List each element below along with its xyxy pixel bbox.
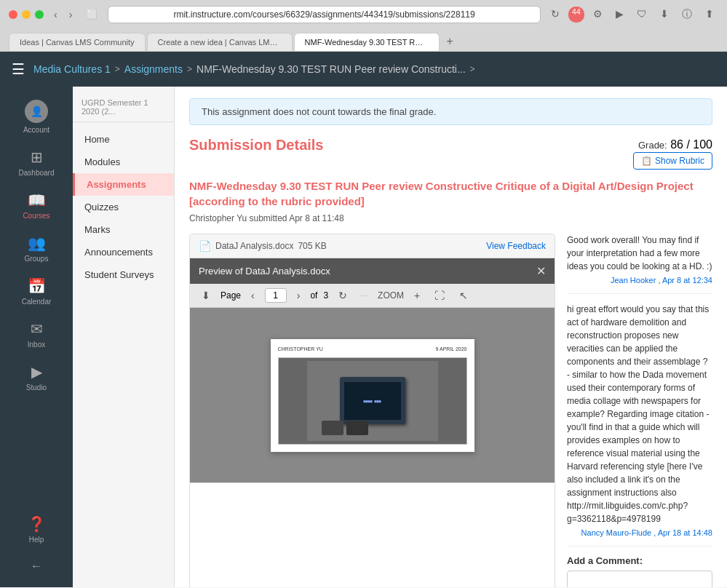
- hdd-1: [322, 421, 343, 435]
- sidebar-item-groups[interactable]: 👥 Groups: [0, 227, 73, 270]
- avatar: 👤: [25, 100, 48, 123]
- page-content: This assignment does not count towards t…: [175, 87, 727, 587]
- submission-header: Submission Details Grade: 86 / 100 📋 Sho…: [189, 137, 712, 170]
- comment-2: hi great effort would you say that this …: [567, 303, 712, 547]
- sidebar-label-inbox: Inbox: [28, 341, 45, 349]
- nav-student-surveys[interactable]: Student Surveys: [73, 263, 174, 286]
- nav-modules[interactable]: Modules: [73, 151, 174, 173]
- reload-icon[interactable]: ↻: [547, 7, 564, 23]
- download-doc-button[interactable]: ⬇: [197, 288, 215, 303]
- browser-actions: ↻ 44 ⚙ ▶ 🛡 ⬇ ⓘ ⬆: [547, 7, 718, 23]
- preview-close-button[interactable]: ✕: [536, 264, 546, 278]
- grade-section: Grade: 86 / 100 📋 Show Rubric: [633, 137, 712, 170]
- divider: —: [360, 290, 369, 301]
- close-traffic-light[interactable]: [9, 10, 17, 19]
- preview-toolbar: ⬇ Page ‹ › of 3 ↻ — ZOOM + ⛶ ↖: [190, 284, 555, 308]
- sidebar-item-studio[interactable]: ▶ Studio: [0, 356, 73, 399]
- tabs-bar: Ideas | Canvas LMS Community Create a ne…: [0, 29, 727, 51]
- sidebar-item-inbox[interactable]: ✉ Inbox: [0, 313, 73, 356]
- doc-image-placeholder: ■■■■ ■■■: [278, 357, 467, 445]
- extensions-icon[interactable]: ⚙: [589, 7, 607, 23]
- courses-icon: 📖: [28, 191, 46, 209]
- comment-2-text: hi great effort would you say that this …: [567, 303, 712, 525]
- shield-icon[interactable]: 🛡: [632, 7, 651, 23]
- top-nav: ☰ Media Cultures 1 > Assignments > NMF-W…: [0, 52, 727, 87]
- share-icon[interactable]: ⬆: [701, 7, 718, 23]
- info-icon[interactable]: ⓘ: [678, 7, 696, 23]
- view-feedback-link[interactable]: View Feedback: [486, 241, 546, 251]
- nav-quizzes[interactable]: Quizzes: [73, 196, 174, 218]
- sidebar-label-dashboard: Dashboard: [19, 169, 55, 177]
- sidebar-item-account[interactable]: 👤 Account: [0, 92, 73, 141]
- desk-items: [322, 421, 368, 435]
- doc-image-container: ■■■■ ■■■: [279, 358, 466, 444]
- viewer-header: 📄 DataJ Analysis.docx 705 KB View Feedba…: [190, 234, 555, 258]
- preview-modal: Preview of DataJ Analysis.docx ✕ ⬇ Page …: [190, 258, 555, 483]
- forward-button[interactable]: ›: [65, 7, 77, 22]
- tab-1[interactable]: Ideas | Canvas LMS Community: [9, 33, 146, 51]
- hdd-2: [346, 421, 368, 435]
- window-icon-button[interactable]: ⬜: [82, 8, 102, 21]
- minimize-traffic-light[interactable]: [22, 10, 31, 19]
- scene-container: ■■■■ ■■■: [307, 361, 438, 441]
- help-icon: ❓: [28, 515, 46, 533]
- preview-title-text: Preview of DataJ Analysis.docx: [199, 266, 330, 277]
- preview-content: CHRISTOPHER YU 9 APRIL 2020: [190, 308, 555, 482]
- hamburger-menu[interactable]: ☰: [12, 60, 25, 78]
- new-tab-button[interactable]: +: [441, 32, 459, 51]
- notice-banner: This assignment does not count towards t…: [189, 98, 712, 125]
- fullscreen-button[interactable]: ⛶: [430, 288, 449, 303]
- sidebar-label-studio: Studio: [26, 384, 47, 392]
- left-sidebar: 👤 Account ⊞ Dashboard 📖 Courses 👥 Groups…: [0, 87, 73, 587]
- collapse-icon: ←: [31, 560, 42, 573]
- sidebar-label-calendar: Calendar: [22, 298, 52, 306]
- download-icon[interactable]: ⬇: [656, 7, 673, 23]
- breadcrumb-sep-1: >: [115, 64, 120, 74]
- sidebar-item-dashboard[interactable]: ⊞ Dashboard: [0, 141, 73, 184]
- comment-input[interactable]: [567, 571, 712, 587]
- tab-2[interactable]: Create a new idea | Canvas LMS Community: [147, 33, 293, 51]
- rotate-button[interactable]: ↻: [334, 288, 351, 303]
- docx-icon: 📄: [199, 240, 211, 252]
- nav-assignments[interactable]: Assignments: [73, 173, 174, 196]
- doc-date: 9 APRIL 2020: [436, 346, 467, 351]
- course-info: UGRD Semester 1 2020 (2...: [73, 92, 174, 122]
- sidebar-collapse-button[interactable]: ←: [22, 551, 51, 581]
- notice-text: This assignment does not count towards t…: [202, 106, 436, 117]
- document-viewer: 📄 DataJ Analysis.docx 705 KB View Feedba…: [189, 234, 555, 587]
- tab-3-active[interactable]: NMF-Wednesday 9.30 TEST RUN Peer review …: [294, 33, 440, 51]
- show-rubric-button[interactable]: 📋 Show Rubric: [633, 152, 712, 170]
- breadcrumb-assignments[interactable]: Assignments: [124, 63, 183, 75]
- avatar-icon: 👤: [31, 106, 43, 117]
- calendar-icon: 📅: [28, 277, 46, 295]
- breadcrumb-current-page: NMF-Wednesday 9.30 TEST RUN Peer review …: [196, 63, 466, 75]
- nav-announcements[interactable]: Announcements: [73, 241, 174, 263]
- zoom-in-button[interactable]: +: [410, 288, 424, 303]
- sidebar-item-courses[interactable]: 📖 Courses: [0, 184, 73, 227]
- sidebar-label-help: Help: [29, 536, 44, 544]
- breadcrumb-sep-2: >: [187, 64, 192, 74]
- address-bar[interactable]: rmit.instructure.com/courses/66329/assig…: [108, 6, 540, 23]
- comment-1: Good work overall! You may find if your …: [567, 234, 712, 294]
- inbox-icon: ✉: [31, 320, 43, 338]
- page-number-input[interactable]: [265, 288, 287, 303]
- maximize-traffic-light[interactable]: [35, 10, 44, 19]
- play-icon[interactable]: ▶: [611, 7, 628, 23]
- document-area: 📄 DataJ Analysis.docx 705 KB View Feedba…: [189, 234, 712, 587]
- breadcrumb-course[interactable]: Media Cultures 1: [33, 63, 111, 75]
- sidebar-item-calendar[interactable]: 📅 Calendar: [0, 270, 73, 313]
- show-rubric-label: Show Rubric: [655, 156, 704, 166]
- next-page-button[interactable]: ›: [293, 288, 305, 303]
- secondary-nav: Home Modules Assignments Quizzes Marks A…: [73, 128, 174, 286]
- nav-marks[interactable]: Marks: [73, 218, 174, 241]
- cursor-button[interactable]: ↖: [455, 288, 472, 303]
- nav-home[interactable]: Home: [73, 128, 174, 151]
- app: ☰ Media Cultures 1 > Assignments > NMF-W…: [0, 52, 727, 587]
- preview-title-bar: Preview of DataJ Analysis.docx ✕: [190, 258, 555, 284]
- browser-titlebar: ‹ › ⬜ rmit.instructure.com/courses/66329…: [0, 0, 727, 29]
- sidebar-label-account: Account: [23, 126, 49, 134]
- sidebar-label-groups: Groups: [25, 255, 49, 263]
- prev-page-button[interactable]: ‹: [247, 288, 259, 303]
- sidebar-item-help[interactable]: ❓ Help: [0, 508, 73, 551]
- back-button[interactable]: ‹: [49, 7, 62, 22]
